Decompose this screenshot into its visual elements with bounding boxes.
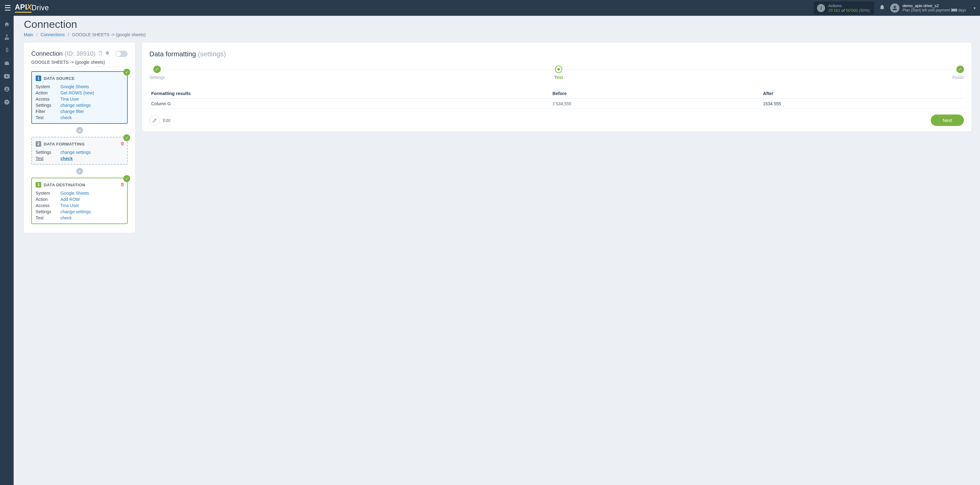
actions-counter-box[interactable]: i Actions: 25'161 of 50'000 (50%) [814,2,874,14]
step-row-label: Settings [36,103,60,108]
breadcrumb-current: GOOGLE SHEETS -> (google sheets) [72,32,146,37]
step-row-value[interactable]: Tina User [60,97,123,101]
user-name: demo_apix-drive_s2 [902,3,966,8]
step-number: 1 [36,76,41,81]
step-row-label: System [36,84,60,89]
step-row-label: Access [36,97,60,101]
step-row-value[interactable]: Google Sheets [60,84,123,89]
sidebar-briefcase-icon[interactable] [0,57,14,70]
step-row-label: Action [36,90,60,95]
step-row-value[interactable]: change settings [60,103,123,108]
svg-rect-1 [5,39,6,40]
trash-icon[interactable] [120,182,124,188]
table-header-results: Formatting results [150,89,550,99]
step-row-value[interactable]: check [60,115,123,120]
notifications-bell-icon[interactable] [879,4,885,12]
connection-card-title: Connection [31,50,63,57]
next-button[interactable]: Next [931,114,964,126]
pencil-icon [150,115,160,126]
svg-text:?: ? [6,100,8,104]
step-data-source[interactable]: ✓ 1 DATA SOURCE SystemGoogle SheetsActio… [31,71,128,124]
connection-toggle[interactable] [115,51,128,57]
gear-icon[interactable] [104,51,109,57]
stepper-settings-icon[interactable]: ✓ [153,66,161,73]
info-icon: i [817,4,825,12]
step-row-value[interactable]: check [60,156,123,161]
edit-label: Edit [163,118,170,123]
stepper-settings-label: Settings [150,75,165,80]
step-row-value[interactable]: change settings [60,209,123,214]
step-row-value[interactable]: Get ROWS (new) [60,90,123,95]
step-title: DATA FORMATTING [44,142,84,146]
step-row-label: Settings [36,150,60,155]
table-header-after: After [761,89,964,99]
step-row-label: Test [36,115,60,120]
actions-total: 50'000 [846,8,858,13]
step-row-value[interactable]: change settings [60,150,123,155]
logo-text-x: X [27,3,32,11]
sidebar-dollar-icon[interactable] [0,44,14,57]
step-number: 2 [36,141,41,147]
stepper-finish-icon[interactable]: ✓ [956,66,964,73]
check-icon: ✓ [123,175,130,182]
user-avatar-icon [890,3,899,13]
stepper-test-icon[interactable] [555,66,562,73]
step-row-value[interactable]: Add ROW [60,197,123,202]
add-step-button[interactable]: + [76,168,83,174]
progress-stepper: ✓ Settings Test ✓ Finish [150,66,964,80]
step-row-label: Filter [36,109,60,114]
table-row: Column G1'534,5551534.555 [150,99,964,109]
top-header: ☰ APIXDrive i Actions: 25'161 of 50'000 … [0,0,980,16]
hamburger-menu-icon[interactable]: ☰ [4,4,11,13]
check-icon: ✓ [123,69,130,76]
sidebar-sitemap-icon[interactable] [0,31,14,44]
check-icon: ✓ [123,134,130,141]
breadcrumb-connections[interactable]: Connections [41,32,65,37]
edit-button[interactable]: Edit [150,115,170,126]
user-menu[interactable]: demo_apix-drive_s2 Plan |Start| left unt… [890,3,976,13]
step-data-formatting[interactable]: ✓ 2 DATA FORMATTING Settingschange setti… [31,137,128,165]
brand-logo[interactable]: APIXDrive [15,3,49,13]
step-row-value[interactable]: check [60,216,123,220]
results-table: Formatting results Before After Column G… [150,89,964,109]
formatting-card: Data formatting (settings) ✓ Settings Te… [142,43,971,132]
svg-rect-2 [6,39,8,40]
sidebar-youtube-icon[interactable] [0,70,14,82]
cell-after: 1534.555 [761,99,964,109]
actions-of: of [842,8,845,13]
table-header-before: Before [550,89,761,99]
add-step-button[interactable]: + [76,127,83,134]
trash-icon[interactable] [120,141,124,147]
step-number: 3 [36,182,41,187]
step-row-label: System [36,191,60,196]
svg-rect-3 [8,39,9,40]
document-icon[interactable] [98,51,103,57]
connection-id: (ID: 38910) [64,50,95,57]
connection-name: GOOGLE SHEETS -> (google sheets) [31,60,128,67]
step-row-label: Settings [36,209,60,214]
stepper-finish-label: Finish [953,75,964,80]
cell-before: 1'534,555 [550,99,761,109]
formatting-title: Data formatting (settings) [150,50,964,58]
sidebar-user-icon[interactable] [0,82,14,96]
step-row-value[interactable]: Tina User [60,203,123,208]
step-row-value[interactable]: Google Sheets [60,191,123,196]
step-title: DATA SOURCE [44,76,75,81]
step-title: DATA DESTINATION [44,182,85,187]
breadcrumb: Main / Connections / GOOGLE SHEETS -> (g… [24,32,971,37]
sidebar-help-icon[interactable]: ? [0,96,14,109]
page-title: Connection [24,18,971,30]
sidebar-home-icon[interactable] [0,17,14,31]
step-row-value[interactable]: change filter [60,109,123,114]
logo-text-api: API [15,3,27,11]
step-data-destination[interactable]: ✓ 3 DATA DESTINATION SystemGoogle Sheets… [31,178,128,224]
logo-text-drive: Drive [32,4,49,12]
chevron-down-icon: ▾ [974,6,976,11]
actions-count: 25'161 [828,8,840,13]
step-row-label: Test [36,156,60,161]
breadcrumb-main[interactable]: Main [24,32,33,37]
svg-rect-0 [6,35,8,36]
left-sidebar: ? [0,16,14,485]
actions-label: Actions: [828,3,870,8]
step-row-label: Test [36,216,60,220]
